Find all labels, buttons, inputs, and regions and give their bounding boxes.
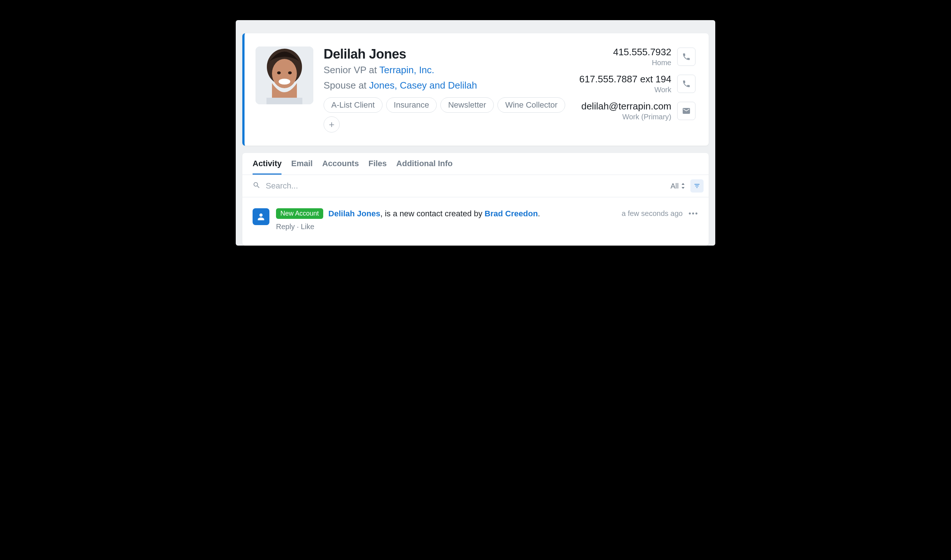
email-label: Work (Primary) xyxy=(581,113,671,121)
sort-icon xyxy=(681,183,685,189)
tab-activity[interactable]: Activity xyxy=(252,159,282,175)
tab-bar: Activity Email Accounts Files Additional… xyxy=(242,153,709,175)
status-badge: New Account xyxy=(276,208,323,219)
avatar[interactable] xyxy=(255,46,313,104)
svg-point-5 xyxy=(288,71,292,74)
call-button[interactable] xyxy=(677,75,696,93)
author-link[interactable]: Brad Creedon xyxy=(485,209,538,218)
phone-value: 617.555.7887 ext 194 xyxy=(579,74,671,85)
svg-point-4 xyxy=(277,71,281,74)
add-tag-button[interactable]: + xyxy=(323,116,340,132)
company-link[interactable]: Terrapin, Inc. xyxy=(379,65,434,75)
activity-search-bar: All xyxy=(242,175,709,197)
mail-icon xyxy=(682,106,691,115)
timestamp: a few seconds ago xyxy=(622,209,683,218)
tag[interactable]: Newsletter xyxy=(440,97,494,113)
phone-label: Home xyxy=(613,58,671,67)
search-input[interactable] xyxy=(266,181,665,191)
tab-additional-info[interactable]: Additional Info xyxy=(396,159,453,175)
more-icon[interactable]: ••• xyxy=(689,209,699,218)
tab-email[interactable]: Email xyxy=(291,159,312,175)
phone-label: Work xyxy=(579,86,671,94)
contact-role-1: Senior VP at Terrapin, Inc. xyxy=(323,63,569,77)
like-button[interactable]: Like xyxy=(301,223,314,231)
filter-button[interactable] xyxy=(690,179,703,192)
tag[interactable]: Insurance xyxy=(386,97,437,113)
activity-section: Activity Email Accounts Files Additional… xyxy=(242,153,709,246)
call-button[interactable] xyxy=(677,48,696,66)
email-button[interactable] xyxy=(677,102,696,120)
contact-header-card: Delilah Jones Senior VP at Terrapin, Inc… xyxy=(242,33,709,146)
tag-list: A-List Client Insurance Newsletter Wine … xyxy=(323,97,569,132)
phone-work: 617.555.7887 ext 194 Work xyxy=(579,74,696,94)
svg-rect-6 xyxy=(266,98,302,104)
phone-value: 415.555.7932 xyxy=(613,46,671,58)
household-link[interactable]: Jones, Casey and Delilah xyxy=(369,80,477,91)
search-icon xyxy=(252,181,261,191)
email-work: delilah@terrapin.com Work (Primary) xyxy=(579,101,696,121)
tab-accounts[interactable]: Accounts xyxy=(322,159,359,175)
contact-link[interactable]: Delilah Jones xyxy=(328,209,380,218)
filter-scope-dropdown[interactable]: All xyxy=(671,182,685,190)
phone-icon xyxy=(682,52,691,61)
feed-item: New Account Delilah Jones, is a new cont… xyxy=(252,208,699,231)
email-value: delilah@terrapin.com xyxy=(581,101,671,112)
contact-name: Delilah Jones xyxy=(323,46,569,62)
contact-methods: 415.555.7932 Home 617.555.7887 ext 194 W… xyxy=(579,46,696,121)
feed-item-type-icon xyxy=(252,208,269,225)
contact-identity: Delilah Jones Senior VP at Terrapin, Inc… xyxy=(323,46,569,132)
tag[interactable]: A-List Client xyxy=(323,97,383,113)
tag[interactable]: Wine Collector xyxy=(497,97,565,113)
filter-icon xyxy=(694,183,700,189)
phone-icon xyxy=(682,79,691,88)
reply-button[interactable]: Reply xyxy=(276,223,295,231)
contact-role-2: Spouse at Jones, Casey and Delilah xyxy=(323,79,569,92)
phone-home: 415.555.7932 Home xyxy=(579,46,696,67)
person-icon xyxy=(256,212,266,222)
activity-feed: New Account Delilah Jones, is a new cont… xyxy=(242,197,709,246)
svg-point-3 xyxy=(279,79,290,85)
tab-files[interactable]: Files xyxy=(368,159,386,175)
